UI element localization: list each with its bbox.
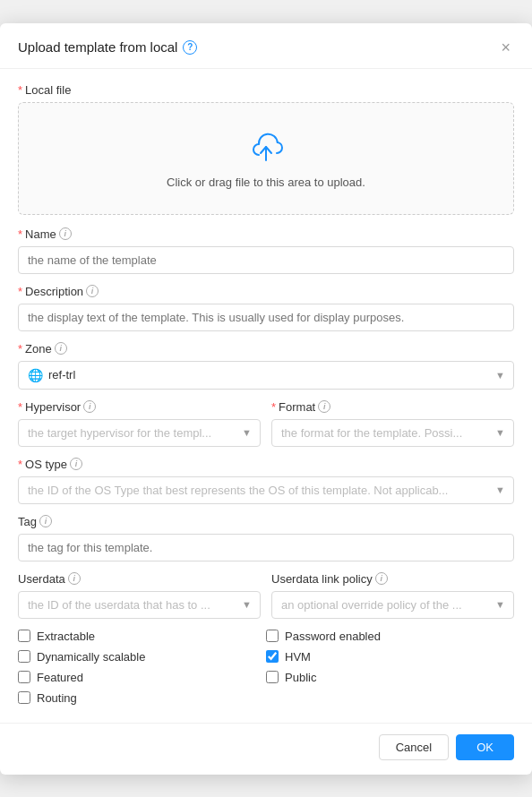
public-row: Public (266, 671, 514, 684)
os-type-select-wrapper: the ID of the OS Type that best represen… (18, 476, 514, 504)
modal-title-text: Upload template from local (18, 39, 177, 55)
local-file-label: * Local file (18, 83, 514, 97)
format-label: * Format i (271, 400, 514, 414)
format-select[interactable]: the format for the template. Possi... (271, 419, 514, 447)
required-star: * (18, 83, 22, 97)
userdata-link-policy-select[interactable]: an optional override policy of the ... (271, 591, 514, 619)
os-type-select[interactable]: the ID of the OS Type that best represen… (18, 476, 514, 504)
extractable-row: Extractable (18, 630, 266, 643)
hypervisor-select-wrapper: the target hypervisor for the templ... ▼ (18, 419, 261, 447)
hvm-label: HVM (285, 650, 311, 664)
os-type-info-icon: i (70, 458, 82, 470)
hypervisor-label: * Hypervisor i (18, 400, 261, 414)
dynamically-scalable-checkbox[interactable] (18, 650, 30, 663)
routing-row: Routing (18, 691, 266, 705)
tag-info-icon: i (39, 515, 52, 527)
description-input[interactable] (18, 304, 514, 331)
password-enabled-row: Password enabled (266, 630, 514, 643)
os-type-field: * OS type i the ID of the OS Type that b… (18, 458, 514, 504)
upload-dropzone[interactable]: Click or drag file to this area to uploa… (18, 102, 514, 215)
password-enabled-checkbox[interactable] (266, 630, 279, 642)
modal-title: Upload template from local ? (18, 39, 197, 55)
description-info-icon: i (86, 285, 99, 297)
upload-text: Click or drag file to this area to uploa… (167, 176, 365, 189)
name-field: * Name i (18, 227, 514, 274)
password-enabled-label: Password enabled (285, 630, 381, 643)
upload-modal: Upload template from local ? × * Local f… (0, 23, 532, 775)
userdata-select-wrapper: the ID of the userdata that has to ... ▼ (18, 591, 261, 619)
tag-field: Tag i (18, 515, 514, 561)
format-select-wrapper: the format for the template. Possi... ▼ (271, 419, 514, 447)
zone-info-icon: i (55, 342, 67, 355)
routing-label: Routing (37, 691, 77, 705)
name-label: * Name i (18, 227, 514, 241)
tag-input[interactable] (18, 534, 514, 561)
userdata-field: Userdata i the ID of the userdata that h… (18, 572, 261, 619)
os-type-label: * OS type i (18, 458, 514, 471)
dynamically-scalable-label: Dynamically scalable (37, 650, 145, 664)
hvm-checkbox[interactable] (266, 650, 279, 663)
close-button[interactable]: × (497, 38, 514, 57)
zone-select-wrapper: 🌐 ref-trl ▼ (18, 361, 514, 390)
routing-checkbox[interactable] (18, 691, 30, 704)
userdata-link-policy-label: Userdata link policy i (271, 572, 514, 586)
title-help-icon[interactable]: ? (183, 40, 197, 55)
userdata-info-icon: i (68, 572, 81, 585)
hypervisor-field: * Hypervisor i the target hypervisor for… (18, 400, 261, 447)
description-field: * Description i (18, 285, 514, 331)
hypervisor-format-row: * Hypervisor i the target hypervisor for… (18, 400, 514, 447)
userdata-link-policy-select-wrapper: an optional override policy of the ... ▼ (271, 591, 514, 619)
userdata-link-policy-info-icon: i (375, 572, 388, 585)
hypervisor-select[interactable]: the target hypervisor for the templ... (18, 419, 261, 447)
name-input[interactable] (18, 246, 514, 274)
globe-icon: 🌐 (28, 368, 43, 382)
userdata-select[interactable]: the ID of the userdata that has to ... (18, 591, 261, 619)
featured-row: Featured (18, 671, 266, 684)
format-info-icon: i (318, 400, 330, 413)
description-label: * Description i (18, 285, 514, 298)
modal-header: Upload template from local ? × (0, 23, 532, 69)
userdata-link-policy-field: Userdata link policy i an optional overr… (271, 572, 514, 619)
dynamically-scalable-row: Dynamically scalable (18, 650, 266, 664)
cancel-button[interactable]: Cancel (379, 734, 449, 760)
extractable-checkbox[interactable] (18, 630, 30, 642)
userdata-label: Userdata i (18, 572, 261, 586)
public-checkbox[interactable] (266, 671, 279, 683)
checkboxes-group: Extractable Password enabled Dynamically… (18, 630, 514, 705)
name-info-icon: i (59, 227, 72, 240)
format-field: * Format i the format for the template. … (271, 400, 514, 447)
zone-field: * Zone i 🌐 ref-trl ▼ (18, 342, 514, 390)
modal-body: * Local file Click or drag file to this … (0, 69, 532, 723)
hypervisor-info-icon: i (83, 400, 96, 413)
public-label: Public (285, 671, 316, 684)
extractable-label: Extractable (37, 630, 95, 643)
featured-label: Featured (37, 671, 83, 684)
ok-button[interactable]: OK (456, 734, 514, 760)
hvm-row: HVM (266, 650, 514, 664)
userdata-row: Userdata i the ID of the userdata that h… (18, 572, 514, 619)
upload-cloud-icon (245, 128, 287, 167)
featured-checkbox[interactable] (18, 671, 30, 683)
modal-footer: Cancel OK (0, 723, 532, 775)
local-file-field: * Local file Click or drag file to this … (18, 83, 514, 215)
zone-select[interactable]: 🌐 ref-trl (18, 361, 514, 390)
zone-label: * Zone i (18, 342, 514, 356)
tag-label: Tag i (18, 515, 514, 528)
